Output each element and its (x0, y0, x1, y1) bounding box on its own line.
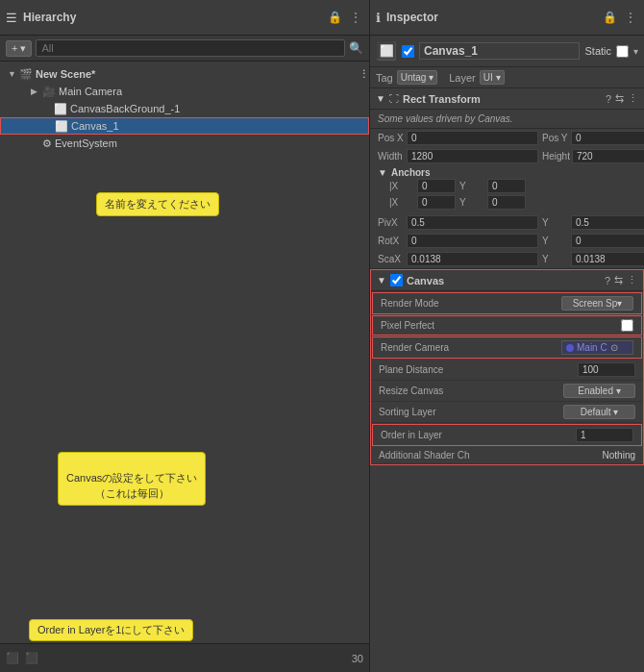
canvas-settings[interactable]: ⇆ (614, 274, 623, 286)
plane-distance-field[interactable] (578, 362, 635, 377)
piv-y-field[interactable] (571, 215, 644, 230)
rot-y-field[interactable] (571, 234, 644, 248)
rot-x-field[interactable] (407, 234, 538, 248)
search-bar: + ▾ 🔍 (0, 36, 369, 62)
pixel-perfect-row: Pixel Perfect (372, 315, 642, 336)
inspector-lock-icon[interactable]: 🔒 (601, 9, 619, 26)
callout-canvas-text: Canvasの設定をして下さい （これは毎回） (66, 472, 197, 498)
canvas-component-title: Canvas (407, 275, 601, 286)
canvas-more[interactable]: ⋮ (627, 274, 637, 286)
bottom-icon-2[interactable]: ⬛ (25, 652, 38, 664)
inspector-title: Inspector (386, 11, 595, 24)
main-camera-item[interactable]: ▶ 🎥 Main Camera (0, 83, 369, 100)
rect-transform-header[interactable]: ▼ ⛶ Rect Transform ? ⇆ ⋮ (370, 88, 644, 110)
eventsystem-label: EventSystem (55, 137, 117, 149)
rot-x-group: RotX (378, 234, 538, 248)
canvas-bg-item[interactable]: ⬜ CanvasBackGround_-1 (0, 100, 369, 117)
camera-circle-icon[interactable]: ⊙ (610, 342, 618, 353)
order-in-layer-field[interactable] (576, 428, 633, 442)
rect-transform-icon: ⛶ (389, 93, 399, 104)
plane-distance-label: Plane Distance (379, 364, 578, 375)
anchors-header: ▼ Anchors (370, 165, 644, 179)
additional-shader-label: Additional Shader Ch (379, 450, 558, 460)
tag-dropdown[interactable]: Untag ▾ (397, 70, 437, 85)
object-header: 🔲 Static ▾ (370, 36, 644, 67)
hierarchy-panel: ☰ Hierarchy 🔒 ⋮ + ▾ 🔍 ▼ 🎬 New Scene* ⋮ ▶… (0, 0, 370, 672)
search-icon[interactable]: 🔍 (349, 41, 363, 55)
render-camera-text: Main C (577, 342, 607, 353)
scene-more[interactable]: ⋮ (359, 68, 369, 81)
render-mode-dropdown[interactable]: Screen Sp▾ (561, 296, 633, 311)
main-camera-label: Main Camera (59, 86, 122, 97)
pos-x-label: Pos X (378, 133, 405, 143)
order-in-layer-label: Order in Layer (381, 430, 576, 440)
rect-transform-more[interactable]: ⋮ (628, 92, 638, 105)
pos-x-field[interactable] (407, 131, 538, 145)
anchor-max-y-field[interactable] (487, 195, 526, 210)
height-label: Height (542, 151, 570, 162)
main-camera-icon: 🎥 (42, 86, 56, 98)
anchor-min-y-field[interactable] (487, 179, 526, 193)
rot-y-label: Y (542, 236, 569, 246)
camera-dot-icon (566, 344, 574, 352)
menu-icon: ☰ (6, 11, 17, 25)
eventsystem-item[interactable]: ⚙ EventSystem (0, 135, 369, 152)
rotation-row: RotX Y Z (370, 232, 644, 250)
canvas1-arrow (43, 121, 53, 131)
additional-shader-value: Nothing (558, 450, 635, 460)
static-label: Static (584, 45, 611, 57)
anchor-max-y-label: Y (459, 197, 483, 208)
sca-y-field[interactable] (571, 252, 644, 266)
height-field[interactable] (572, 149, 644, 163)
canvas1-item[interactable]: ⬜ Canvas_1 (0, 117, 369, 135)
piv-x-field[interactable] (407, 215, 538, 230)
rect-transform-warning: Some values driven by Canvas. (370, 110, 644, 129)
inspector-panel: ℹ Inspector 🔒 ⋮ 🔲 Static ▾ Tag Untag ▾ L… (370, 0, 644, 672)
object-3d-icon: 🔲 (376, 40, 397, 62)
canvas-active-checkbox[interactable] (390, 274, 403, 286)
inspector-header: ℹ Inspector 🔒 ⋮ (370, 0, 644, 36)
bottom-number: 30 (352, 653, 363, 664)
render-camera-label: Render Camera (381, 342, 561, 353)
pixel-perfect-checkbox[interactable] (621, 319, 633, 332)
anchor-min-x-field[interactable] (417, 179, 456, 193)
scene-item[interactable]: ▼ 🎬 New Scene* ⋮ (0, 65, 369, 83)
canvas-component-arrow: ▼ (377, 275, 386, 286)
canvas-component-section: ▼ Canvas ? ⇆ ⋮ Render Mode Screen Sp▾ Pi… (370, 269, 644, 465)
static-dropdown-arrow[interactable]: ▾ (633, 46, 638, 57)
render-mode-label: Render Mode (381, 298, 561, 309)
canvas-bg-label: CanvasBackGround_-1 (70, 103, 180, 114)
layer-dropdown[interactable]: UI ▾ (480, 70, 505, 85)
height-group: Height (542, 149, 644, 163)
sca-x-label: ScaX (378, 254, 405, 264)
anchor-min-row: |X Y (389, 179, 636, 193)
pos-y-field[interactable] (571, 131, 644, 145)
inspector-scrollable: 🔲 Static ▾ Tag Untag ▾ Layer UI ▾ ▼ ⛶ Re… (370, 36, 644, 672)
add-button[interactable]: + ▾ (6, 40, 32, 57)
hierarchy-bottom-bar: Order in Layerを1にして下さい ⬛ ⬛ 30 (0, 643, 369, 672)
render-camera-value[interactable]: Main C ⊙ (561, 340, 633, 355)
object-active-checkbox[interactable] (402, 45, 414, 58)
rect-transform-help[interactable]: ? (606, 93, 611, 105)
object-name-field[interactable] (419, 42, 580, 60)
anchor-max-x-field[interactable] (417, 195, 456, 210)
inspector-more-icon[interactable]: ⋮ (623, 9, 638, 26)
static-checkbox[interactable] (616, 45, 629, 58)
resize-canvas-dropdown[interactable]: Enabled ▾ (563, 384, 635, 398)
search-input[interactable] (36, 39, 345, 57)
width-label: Width (378, 151, 405, 162)
sca-x-field[interactable] (407, 252, 538, 266)
width-field[interactable] (407, 149, 538, 163)
inspector-header-controls: 🔒 ⋮ (601, 9, 638, 26)
sorting-layer-dropdown[interactable]: Default ▾ (563, 405, 635, 419)
size-row: Width Height ⊞ R (370, 147, 644, 165)
callout-rename: 名前を変えてください (96, 192, 219, 216)
callout-order-text: Order in Layerを1にして下さい (37, 624, 185, 635)
canvas1-label: Canvas_1 (71, 120, 119, 132)
more-icon[interactable]: ⋮ (348, 9, 363, 26)
bottom-icon-1[interactable]: ⬛ (6, 652, 19, 664)
canvas-help[interactable]: ? (605, 275, 610, 286)
rect-transform-settings[interactable]: ⇆ (615, 92, 624, 105)
canvas-component-header[interactable]: ▼ Canvas ? ⇆ ⋮ (371, 270, 643, 291)
lock-icon[interactable]: 🔒 (326, 9, 344, 26)
